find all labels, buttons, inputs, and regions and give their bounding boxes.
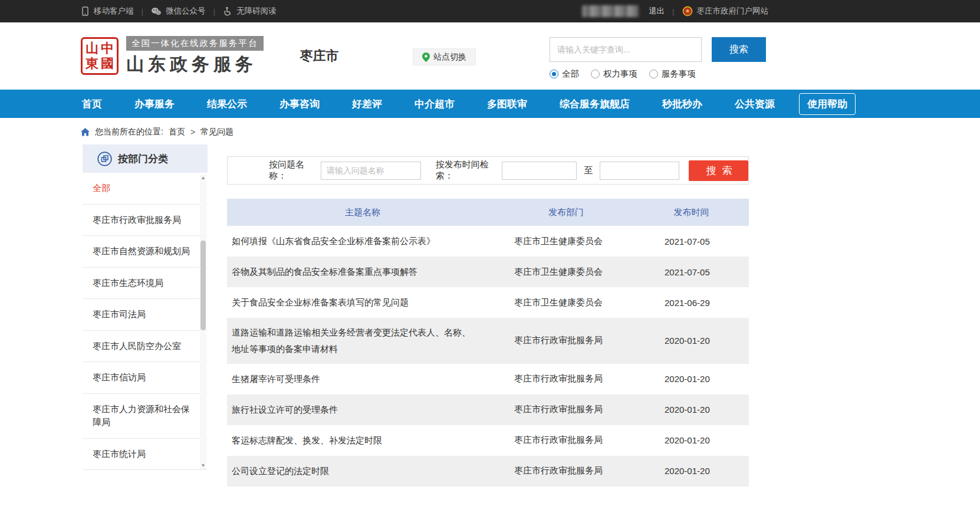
breadcrumb-home-link[interactable]: 首页 — [169, 127, 185, 137]
table-row: 关于食品安全企业标准备案表填写的常见问题枣庄市卫生健康委员会2021-06-29 — [227, 287, 749, 318]
row-title-link[interactable]: 道路运输和道路运输相关业务经营者变更法定代表人、名称、地址等事项的备案申请材料 — [227, 318, 498, 364]
row-publish-date: 2021-06-29 — [634, 298, 749, 308]
row-department: 枣庄市行政审批服务局 — [498, 465, 634, 476]
top-utility-bar: 移动客户端 | 微信公众号 | 无障碍阅读 退出 | — [0, 0, 980, 22]
department-items: 全部枣庄市行政审批服务局枣庄市自然资源和规划局枣庄市生态环境局枣庄市司法局枣庄市… — [83, 173, 208, 481]
nav-item[interactable]: 综合服务旗舰店 — [560, 97, 630, 111]
scope-radio-服务事项[interactable]: 服务事项 — [649, 68, 696, 80]
filter-search-button[interactable]: 搜索 — [689, 160, 748, 181]
nav-item[interactable]: 办事咨询 — [279, 97, 320, 111]
row-title-link[interactable]: 关于食品安全企业标准备案表填写的常见问题 — [227, 288, 498, 317]
row-publish-date: 2020-01-20 — [634, 466, 749, 476]
row-publish-date: 2020-01-20 — [634, 405, 749, 415]
table-body: 如何填报《山东省食品安全企业标准备案前公示表》枣庄市卫生健康委员会2021-07… — [227, 226, 749, 486]
scope-radio-全部[interactable]: 全部 — [550, 68, 579, 80]
mobile-client-label: 移动客户端 — [94, 6, 134, 17]
column-header-date: 发布时间 — [634, 207, 749, 218]
scroll-down-arrow[interactable]: ▼ — [200, 462, 206, 469]
table-row: 客运标志牌配发、换发、补发法定时限枣庄市行政审批服务局2020-01-20 — [227, 425, 749, 456]
table-row: 旅行社设立许可的受理条件枣庄市行政审批服务局2020-01-20 — [227, 394, 749, 425]
mobile-phone-icon — [81, 6, 90, 16]
scope-radio-label: 全部 — [562, 68, 579, 80]
scope-radio-权力事项[interactable]: 权力事项 — [591, 68, 637, 80]
nav-item[interactable]: 公共资源 — [735, 97, 775, 111]
row-title-link[interactable]: 公司设立登记的法定时限 — [227, 456, 498, 486]
row-department: 枣庄市卫生健康委员会 — [498, 236, 634, 247]
table-row: 道路运输和道路运输相关业务经营者变更法定代表人、名称、地址等事项的备案申请材料枣… — [227, 318, 749, 364]
category-icon — [97, 152, 112, 166]
platform-tagline: 全国一体化在线政务服务平台 — [126, 36, 264, 51]
scroll-up-arrow[interactable]: ▲ — [200, 175, 206, 182]
table-row: 谷物及其制品的食品安全标准备案重点事项解答枣庄市卫生健康委员会2021-07-0… — [227, 256, 749, 287]
row-title-link[interactable]: 谷物及其制品的食品安全标准备案重点事项解答 — [227, 257, 498, 287]
faq-filter-bar: 按问题名称： 按发布时间检索： 至 搜索 — [227, 156, 749, 185]
table-row: 生猪屠宰许可受理条件枣庄市行政审批服务局2020-01-20 — [227, 364, 749, 394]
sidebar-item[interactable]: 全部 — [83, 173, 208, 205]
sidebar-item[interactable]: 枣庄市城市管理局 — [83, 470, 208, 481]
site-switch-button[interactable]: 站点切换 — [413, 48, 476, 65]
row-department: 枣庄市卫生健康委员会 — [498, 267, 634, 278]
sidebar-item[interactable]: 枣庄市信访局 — [83, 362, 208, 394]
sidebar-item[interactable]: 枣庄市生态环境局 — [83, 268, 208, 300]
keyword-search-input[interactable] — [550, 37, 702, 62]
scope-radio-label: 权力事项 — [603, 68, 637, 80]
row-publish-date: 2020-01-20 — [634, 435, 749, 445]
sidebar-item[interactable]: 枣庄市自然资源和规划局 — [83, 236, 208, 268]
table-row: 公司设立登记的法定时限枣庄市行政审批服务局2020-01-20 — [227, 456, 749, 486]
sidebar-scrollbar[interactable]: ▲ ▼ — [200, 175, 206, 469]
sidebar-item[interactable]: 枣庄市司法局 — [83, 299, 208, 331]
nav-item[interactable]: 结果公示 — [207, 97, 247, 111]
nav-item[interactable]: 中介超市 — [415, 97, 455, 111]
row-title-link[interactable]: 如何填报《山东省食品安全企业标准备案前公示表》 — [227, 226, 498, 256]
sidebar-item[interactable]: 枣庄市人民防空办公室 — [83, 331, 208, 363]
question-name-input[interactable] — [321, 162, 421, 180]
home-icon — [81, 128, 90, 136]
nav-item[interactable]: 首页 — [82, 97, 102, 111]
site-logo[interactable]: 山中東國 全国一体化在线政务服务平台 山东政务服务 — [81, 36, 264, 77]
row-publish-date: 2021-07-05 — [634, 236, 749, 246]
search-scope-radios: 全部权力事项服务事项 — [550, 68, 766, 80]
breadcrumb-prefix: 您当前所在的位置: — [95, 127, 163, 137]
nav-item[interactable]: 好差评 — [352, 97, 382, 111]
nav-item[interactable]: 秒批秒办 — [662, 97, 702, 111]
gov-portal-link[interactable]: 枣庄市政府门户网站 — [682, 6, 769, 17]
mobile-client-link[interactable]: 移动客户端 — [81, 6, 134, 17]
row-title-link[interactable]: 客运标志牌配发、换发、补发法定时限 — [227, 426, 498, 455]
breadcrumb-current: 常见问题 — [200, 127, 234, 137]
seal-character: 中 — [100, 41, 115, 56]
site-header: 山中東國 全国一体化在线政务服务平台 山东政务服务 枣庄市 站点切换 搜索 全部… — [0, 22, 980, 90]
row-department: 枣庄市卫生健康委员会 — [498, 297, 634, 308]
sidebar-item[interactable]: 枣庄市人力资源和社会保障局 — [83, 394, 208, 439]
row-department: 枣庄市行政审批服务局 — [498, 404, 634, 415]
date-from-input[interactable] — [502, 162, 577, 180]
nav-item[interactable]: 办事服务 — [134, 97, 175, 111]
radio-dot-icon — [649, 70, 658, 78]
main-navigation: 首页办事服务结果公示办事咨询好差评中介超市多图联审综合服务旗舰店秒批秒办公共资源… — [0, 90, 980, 118]
date-to-input[interactable] — [600, 162, 679, 180]
national-emblem-icon — [682, 6, 693, 17]
sidebar-item[interactable]: 枣庄市统计局 — [83, 439, 208, 471]
nav-item[interactable]: 使用帮助 — [799, 93, 856, 115]
logout-button[interactable]: 退出 — [649, 6, 665, 17]
shandong-seal-logo: 山中東國 — [81, 37, 119, 75]
main-nav: 首页办事服务结果公示办事咨询好差评中介超市多图联审综合服务旗舰店秒批秒办公共资源… — [77, 90, 903, 118]
faq-main-panel: 按问题名称： 按发布时间检索： 至 搜索 主题名称 发布部门 发布时间 如何填报… — [227, 144, 749, 486]
breadcrumb-separator: > — [190, 127, 195, 137]
row-title-link[interactable]: 旅行社设立许可的受理条件 — [227, 395, 498, 425]
breadcrumb: 您当前所在的位置: 首页 > 常见问题 — [77, 118, 903, 144]
accessibility-link[interactable]: 无障碍阅读 — [223, 6, 277, 17]
wechat-label: 微信公众号 — [166, 6, 206, 17]
divider: | — [142, 7, 144, 16]
scrollbar-thumb[interactable] — [200, 241, 206, 330]
seal-character: 東 — [84, 56, 100, 71]
header-search-button[interactable]: 搜索 — [712, 37, 766, 62]
current-city-label: 枣庄市 — [300, 47, 339, 65]
nav-item[interactable]: 多图联审 — [487, 97, 527, 111]
row-title-link[interactable]: 生猪屠宰许可受理条件 — [227, 364, 498, 394]
sidebar-item[interactable]: 枣庄市行政审批服务局 — [83, 205, 208, 236]
wechat-icon — [151, 7, 162, 16]
row-publish-date: 2020-01-20 — [634, 374, 749, 384]
department-list: 全部枣庄市行政审批服务局枣庄市自然资源和规划局枣庄市生态环境局枣庄市司法局枣庄市… — [83, 173, 208, 481]
location-pin-icon — [422, 52, 430, 62]
wechat-link[interactable]: 微信公众号 — [151, 6, 206, 17]
